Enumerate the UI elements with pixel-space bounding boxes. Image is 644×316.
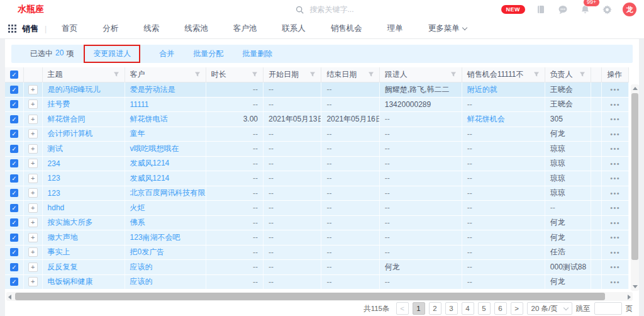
row-checkbox[interactable]: ✓ bbox=[10, 145, 18, 153]
cell-customer-value[interactable]: 123南湖不会吧 bbox=[130, 232, 180, 243]
row-actions-icon[interactable]: ••• bbox=[610, 86, 620, 93]
row-checkbox[interactable]: ✓ bbox=[10, 86, 18, 94]
bulk-button-1[interactable]: 变更跟进人 bbox=[84, 45, 140, 63]
expand-row-button[interactable]: + bbox=[28, 129, 38, 138]
bulk-button-2[interactable]: 合并 bbox=[159, 48, 174, 59]
row-actions-icon[interactable]: ••• bbox=[610, 249, 620, 256]
cell-customer-value[interactable]: 北京百度网讯科技有限公司 bbox=[130, 188, 206, 198]
expand-row-button[interactable]: + bbox=[28, 233, 38, 242]
filter-icon[interactable] bbox=[368, 71, 374, 79]
apps-grid-icon[interactable] bbox=[8, 25, 16, 33]
vertical-scroll-thumb[interactable] bbox=[631, 93, 638, 260]
gear-icon[interactable] bbox=[601, 3, 613, 16]
expand-row-button[interactable]: + bbox=[28, 218, 38, 227]
page-button-2[interactable]: 2 bbox=[429, 302, 441, 315]
nav-tab-7[interactable]: 销售机会 bbox=[318, 23, 375, 34]
expand-row-button[interactable]: + bbox=[28, 188, 38, 198]
row-actions-icon[interactable]: ••• bbox=[610, 219, 620, 227]
filter-icon[interactable] bbox=[194, 71, 201, 79]
cell-customer-value[interactable]: 发威风1214 bbox=[130, 158, 170, 169]
expand-row-button[interactable]: + bbox=[28, 115, 38, 124]
cell-subject-value[interactable]: 123 bbox=[48, 174, 60, 183]
scroll-right-icon[interactable] bbox=[628, 295, 631, 300]
page-button-3[interactable]: 3 bbox=[445, 302, 458, 315]
nav-tab-1[interactable]: 首页 bbox=[49, 23, 90, 34]
row-checkbox[interactable]: ✓ bbox=[10, 234, 18, 242]
page-size-select[interactable]: 20 条/页 bbox=[527, 302, 572, 315]
row-checkbox[interactable]: ✓ bbox=[10, 130, 18, 138]
row-checkbox[interactable]: ✓ bbox=[10, 174, 18, 183]
nav-tab-5[interactable]: 客户池 bbox=[221, 23, 270, 34]
row-actions-icon[interactable]: ••• bbox=[610, 130, 620, 138]
row-actions-icon[interactable]: ••• bbox=[610, 189, 620, 197]
cell-customer-value[interactable]: v哦吃哦想哦在 bbox=[130, 144, 179, 154]
cell-subject-value[interactable]: 鲜花饼合同 bbox=[48, 114, 86, 125]
page-button-4[interactable]: 4 bbox=[462, 302, 474, 315]
expand-row-button[interactable]: + bbox=[28, 159, 38, 168]
row-checkbox[interactable]: ✓ bbox=[10, 159, 18, 167]
cell-customer-value[interactable]: 应该的 bbox=[130, 276, 153, 287]
row-checkbox[interactable]: ✓ bbox=[10, 100, 18, 108]
expand-row-button[interactable]: + bbox=[28, 174, 38, 183]
page-button-1[interactable]: 1 bbox=[413, 302, 425, 315]
filter-icon[interactable] bbox=[533, 71, 540, 79]
expand-row-button[interactable]: + bbox=[28, 203, 38, 213]
page-button-6[interactable]: 6 bbox=[494, 302, 507, 315]
message-icon[interactable] bbox=[557, 3, 569, 16]
bell-icon[interactable]: 99+ bbox=[579, 3, 591, 16]
row-actions-icon[interactable]: ••• bbox=[610, 234, 620, 241]
expand-row-button[interactable]: + bbox=[28, 85, 38, 94]
expand-row-button[interactable]: + bbox=[28, 99, 38, 109]
row-checkbox[interactable]: ✓ bbox=[10, 115, 18, 123]
cell-customer-value[interactable]: 火炬 bbox=[130, 203, 145, 213]
row-checkbox[interactable]: ✓ bbox=[10, 278, 18, 286]
select-all-checkbox[interactable]: ✓ bbox=[10, 71, 18, 79]
cell-customer-value[interactable]: 鲜花饼电话 bbox=[130, 114, 168, 125]
cell-opportunity-value[interactable]: 附近的就 bbox=[467, 84, 497, 95]
filter-icon[interactable] bbox=[579, 71, 586, 79]
nav-tab-8[interactable]: 理单 bbox=[375, 23, 416, 34]
filter-icon[interactable] bbox=[113, 71, 119, 79]
global-search[interactable]: 搜索关键字... bbox=[294, 3, 445, 16]
row-actions-icon[interactable]: ••• bbox=[610, 263, 620, 271]
cell-subject-value[interactable]: 234 bbox=[48, 159, 60, 168]
page-button-5[interactable]: 5 bbox=[478, 302, 491, 315]
horizontal-scroll-thumb[interactable] bbox=[15, 293, 605, 300]
cell-customer-value[interactable]: 爱是劳动法是 bbox=[130, 84, 175, 95]
expand-row-button[interactable]: + bbox=[28, 144, 38, 154]
cell-subject-value[interactable]: 撒大声地 bbox=[48, 232, 78, 243]
expand-row-button[interactable]: + bbox=[28, 277, 38, 286]
vertical-scrollbar[interactable] bbox=[631, 84, 639, 291]
cell-subject-value[interactable]: 会计师计算机 bbox=[48, 128, 93, 139]
jump-page-input[interactable] bbox=[594, 302, 622, 315]
horizontal-scrollbar[interactable] bbox=[6, 292, 633, 301]
cell-opportunity-value[interactable]: 鲜花饼机会 bbox=[467, 114, 505, 125]
row-actions-icon[interactable]: ••• bbox=[610, 101, 620, 108]
scroll-up-icon[interactable] bbox=[633, 87, 638, 90]
nav-tab-3[interactable]: 线索 bbox=[131, 23, 172, 34]
prev-page-button[interactable]: < bbox=[396, 302, 409, 315]
row-checkbox[interactable]: ✓ bbox=[10, 218, 18, 227]
cell-subject-value[interactable]: 是的冯绍峰玩儿 bbox=[48, 84, 101, 95]
next-page-button[interactable]: > bbox=[511, 302, 523, 315]
scroll-down-icon[interactable] bbox=[633, 285, 638, 288]
cell-subject-value[interactable]: 反反复复 bbox=[48, 262, 78, 273]
row-checkbox[interactable]: ✓ bbox=[10, 204, 18, 212]
filter-icon[interactable] bbox=[252, 71, 258, 79]
row-actions-icon[interactable]: ••• bbox=[610, 278, 620, 286]
cell-subject-value[interactable]: 事实上 bbox=[48, 247, 70, 257]
row-actions-icon[interactable]: ••• bbox=[610, 160, 620, 167]
row-actions-icon[interactable]: ••• bbox=[610, 145, 620, 152]
cell-subject-value[interactable]: 测试 bbox=[48, 144, 63, 154]
row-actions-icon[interactable]: ••• bbox=[610, 174, 620, 182]
cell-subject-value[interactable]: hdhd bbox=[48, 203, 65, 212]
cell-subject-value[interactable]: 按实施大所多 bbox=[48, 217, 93, 228]
cell-customer-value[interactable]: 把0发广告 bbox=[130, 247, 165, 257]
avatar[interactable]: 龙 bbox=[623, 3, 636, 16]
nav-tab-2[interactable]: 分析 bbox=[90, 23, 131, 34]
expand-row-button[interactable]: + bbox=[28, 262, 38, 272]
cell-customer-value[interactable]: 11111 bbox=[130, 100, 149, 109]
expand-row-button[interactable]: + bbox=[28, 247, 38, 257]
cell-customer-value[interactable]: 应该的 bbox=[130, 262, 153, 273]
nav-tab-6[interactable]: 联系人 bbox=[269, 23, 318, 34]
